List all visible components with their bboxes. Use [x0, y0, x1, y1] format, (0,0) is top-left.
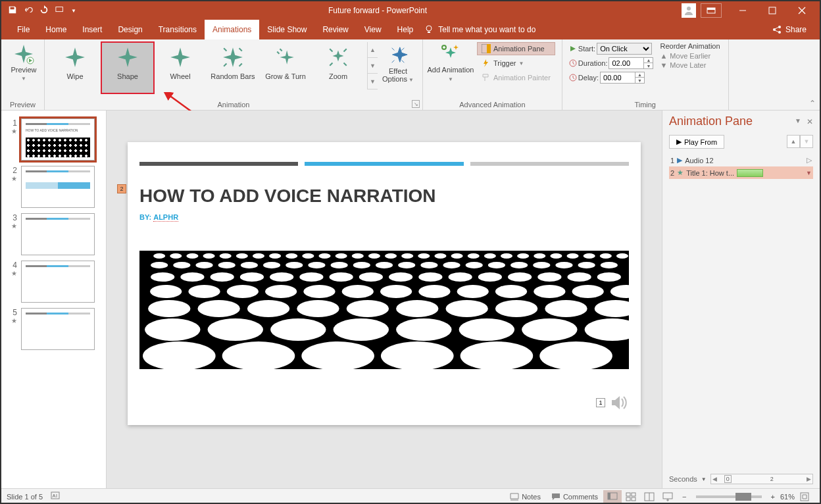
- zoom-percent[interactable]: 61%: [780, 493, 795, 501]
- start-select[interactable]: On Click: [597, 43, 652, 55]
- animation-pane-button[interactable]: Animation Pane: [477, 42, 555, 55]
- delay-spin-down[interactable]: ▼: [635, 78, 644, 84]
- qat-dropdown-icon[interactable]: ▼: [71, 8, 76, 14]
- delay-spin-up[interactable]: ▲: [635, 72, 644, 78]
- gallery-scroll-down[interactable]: ▼: [368, 58, 378, 74]
- pane-move-up[interactable]: ▲: [787, 135, 800, 148]
- slide-author[interactable]: ALPHR: [153, 213, 178, 222]
- account-icon[interactable]: [682, 3, 696, 18]
- animation-wheel[interactable]: Wheel: [154, 42, 207, 89]
- slide-canvas[interactable]: 2 HOW TO ADD VOICE NARRATION BY: ALPHR: [128, 142, 641, 425]
- pane-close-button[interactable]: ✕: [807, 117, 813, 126]
- spellcheck-icon[interactable]: [51, 491, 61, 502]
- preview-button[interactable]: Preview▼: [5, 41, 42, 82]
- zoom-out[interactable]: −: [677, 493, 691, 501]
- close-button[interactable]: [788, 1, 816, 20]
- animation-wipe[interactable]: Wipe: [49, 42, 101, 89]
- tab-home[interactable]: Home: [37, 20, 74, 39]
- animation-shape[interactable]: Shape: [101, 42, 154, 93]
- thumbnail-5[interactable]: 5★: [1, 305, 106, 353]
- tab-animations[interactable]: Animations: [205, 20, 259, 39]
- notes-button[interactable]: Notes: [505, 493, 546, 501]
- group-label-timing: Timing: [562, 101, 728, 109]
- tab-design[interactable]: Design: [110, 20, 150, 39]
- svg-point-59: [299, 272, 323, 282]
- tab-slideshow[interactable]: Slide Show: [259, 20, 314, 39]
- share-button[interactable]: Share: [767, 20, 812, 39]
- tab-view[interactable]: View: [357, 20, 389, 39]
- svg-point-33: [247, 300, 289, 317]
- animation-grow-turn[interactable]: Grow & Turn: [259, 42, 312, 89]
- tab-review[interactable]: Review: [314, 20, 356, 39]
- comments-button[interactable]: Comments: [546, 493, 603, 501]
- animation-item-2[interactable]: 2 ★ Title 1: How t... ▼: [669, 166, 813, 179]
- window-title: Future forward - PowerPoint: [76, 6, 679, 15]
- zoom-in[interactable]: +: [766, 493, 780, 501]
- slide-image[interactable]: [139, 231, 629, 369]
- anim-item-2-dropdown[interactable]: ▼: [806, 170, 812, 176]
- tab-help[interactable]: Help: [389, 20, 422, 39]
- svg-point-76: [286, 262, 303, 268]
- tab-transitions[interactable]: Transitions: [151, 20, 205, 39]
- svg-point-95: [220, 253, 232, 259]
- title-bar: ▼ Future forward - PowerPoint: [1, 1, 820, 20]
- thumbnail-4[interactable]: 4★: [1, 258, 106, 305]
- play-from-button[interactable]: ▶ Play From: [669, 135, 724, 149]
- move-earlier-button[interactable]: ▲ Move Earlier: [660, 51, 720, 61]
- slide-title[interactable]: HOW TO ADD VOICE NARRATION: [139, 186, 629, 207]
- maximize-button[interactable]: [759, 1, 786, 20]
- thumbnail-1[interactable]: 1★ HOW TO ADD VOICE NARRATION: [1, 116, 106, 163]
- thumb-num-5: 5: [9, 308, 17, 317]
- duration-input[interactable]: [609, 59, 643, 67]
- view-normal[interactable]: [603, 490, 622, 503]
- slide-editor[interactable]: 2 HOW TO ADD VOICE NARRATION BY: ALPHR: [107, 111, 662, 488]
- redo-icon[interactable]: [39, 5, 49, 16]
- pane-options-dropdown[interactable]: ▼: [795, 117, 801, 126]
- gallery-scroll-up[interactable]: ▲: [368, 42, 378, 58]
- move-later-button[interactable]: ▼ Move Later: [660, 61, 720, 70]
- animation-group-dialog-launcher[interactable]: ↘: [412, 100, 420, 108]
- pane-move-down[interactable]: ▼: [800, 135, 813, 148]
- svg-point-63: [418, 272, 442, 282]
- svg-point-24: [208, 318, 263, 341]
- collapse-ribbon-icon[interactable]: ⌃: [809, 99, 816, 108]
- group-timing: Start: On Click Duration: ▲▼ Delay: ▲▼ R…: [562, 39, 729, 110]
- slideshow-icon[interactable]: [55, 5, 64, 16]
- animation-random-bars[interactable]: Random Bars: [207, 42, 259, 89]
- ribbon-display-options-icon[interactable]: [701, 3, 722, 18]
- thumb-preview-3: [21, 213, 95, 255]
- svg-point-102: [336, 253, 347, 259]
- thumbnail-2[interactable]: 2★: [1, 163, 106, 211]
- delay-input[interactable]: [601, 74, 635, 82]
- effect-options-button[interactable]: Effect Options ▼: [378, 42, 418, 84]
- tell-me-search[interactable]: Tell me what you want to do: [424, 20, 535, 39]
- svg-point-17: [143, 341, 216, 369]
- duration-spin-down[interactable]: ▼: [644, 63, 653, 69]
- minimize-button[interactable]: [729, 1, 757, 20]
- notes-label: Notes: [522, 493, 541, 501]
- save-icon[interactable]: [8, 5, 17, 16]
- tab-insert[interactable]: Insert: [74, 20, 110, 39]
- zoom-slider[interactable]: [696, 495, 762, 498]
- animation-order-tag[interactable]: 2: [117, 184, 126, 193]
- fit-to-window[interactable]: [795, 492, 814, 501]
- add-animation-button[interactable]: Add Animation ▼: [427, 41, 474, 86]
- gallery-expand[interactable]: ▼: [368, 74, 378, 89]
- undo-icon[interactable]: [24, 5, 33, 16]
- app-body: 1★ HOW TO ADD VOICE NARRATION 2★ 3★ 4★ 5…: [1, 111, 820, 488]
- view-slideshow[interactable]: [659, 490, 677, 503]
- tab-file[interactable]: File: [9, 20, 37, 39]
- group-preview: Preview▼ Preview: [1, 39, 45, 110]
- trigger-button[interactable]: Trigger ▼: [477, 57, 555, 70]
- animation-painter-button[interactable]: Animation Painter: [477, 71, 555, 84]
- duration-spin-up[interactable]: ▲: [644, 57, 653, 63]
- svg-point-1: [687, 7, 691, 11]
- thumbnail-3[interactable]: 3★: [1, 211, 106, 258]
- view-sorter[interactable]: [622, 490, 640, 503]
- animation-zoom[interactable]: Zoom: [312, 42, 364, 89]
- view-reading[interactable]: [640, 490, 659, 503]
- pane-timeline-scroll[interactable]: ◀ 0 2 ▶: [710, 474, 813, 484]
- slide-counter[interactable]: Slide 1 of 5: [7, 493, 43, 501]
- audio-object[interactable]: 1: [596, 393, 628, 412]
- animation-item-1[interactable]: 1 ▶ Audio 12 ▷: [669, 154, 813, 166]
